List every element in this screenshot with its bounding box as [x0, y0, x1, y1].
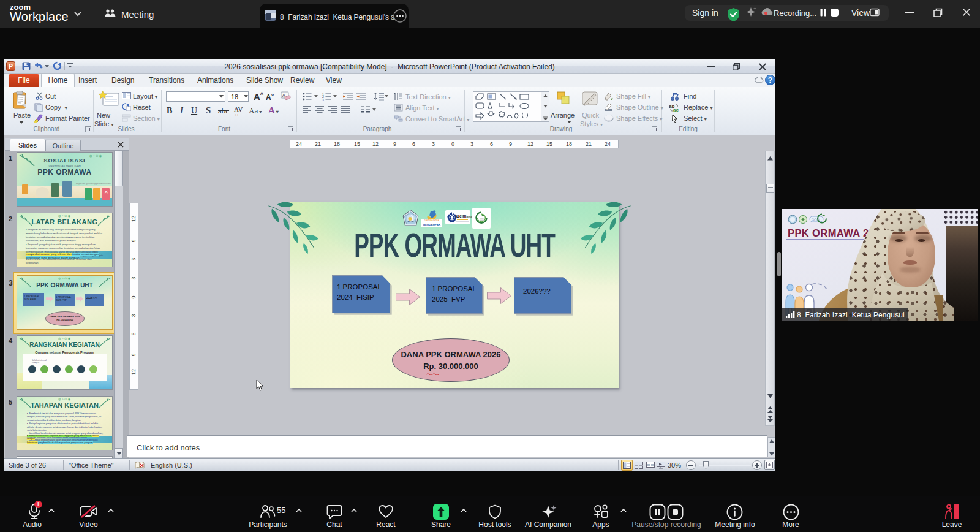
svg-text:A: A: [282, 93, 285, 97]
svg-text:ac: ac: [673, 107, 679, 112]
svg-text:3: 3: [322, 98, 324, 101]
